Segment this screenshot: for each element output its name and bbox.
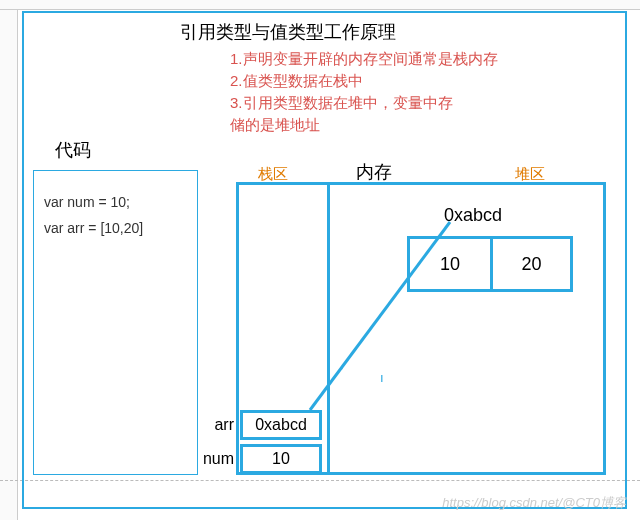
stack-row-arr: arr 0xabcd xyxy=(190,410,322,440)
heap-cell-1: 20 xyxy=(490,239,570,289)
stack-divider xyxy=(327,182,330,475)
ruler-horizontal xyxy=(0,0,640,10)
annotation-1: 1.声明变量开辟的内存空间通常是栈内存 xyxy=(230,48,498,70)
watermark: https://blog.csdn.net/@CT0博客 xyxy=(442,494,626,512)
heap-address: 0xabcd xyxy=(444,205,502,226)
annotation-3: 3.引用类型数据在堆中，变量中存 xyxy=(230,92,498,114)
code-box: var num = 10; var arr = [10,20] xyxy=(33,170,198,475)
annotation-list: 1.声明变量开辟的内存空间通常是栈内存 2.值类型数据在栈中 3.引用类型数据在… xyxy=(230,48,498,136)
code-line-1: var num = 10; xyxy=(44,189,187,215)
stack-key-num: num xyxy=(190,450,234,468)
code-label: 代码 xyxy=(55,138,91,162)
stray-mark-2: ı xyxy=(380,370,384,385)
annotation-4: 储的是堆地址 xyxy=(230,114,498,136)
ruler-vertical xyxy=(0,0,18,520)
stack-key-arr: arr xyxy=(190,416,234,434)
stack-val-arr: 0xabcd xyxy=(240,410,322,440)
code-line-2: var arr = [10,20] xyxy=(44,215,187,241)
stray-mark-1: · xyxy=(340,360,344,375)
memory-label: 内存 xyxy=(356,160,392,184)
annotation-2: 2.值类型数据在栈中 xyxy=(230,70,498,92)
heap-cell-0: 10 xyxy=(410,239,490,289)
stack-val-num: 10 xyxy=(240,444,322,474)
stack-row-num: num 10 xyxy=(190,444,322,474)
heap-cells: 10 20 xyxy=(407,236,573,292)
diagram-title: 引用类型与值类型工作原理 xyxy=(180,20,396,44)
